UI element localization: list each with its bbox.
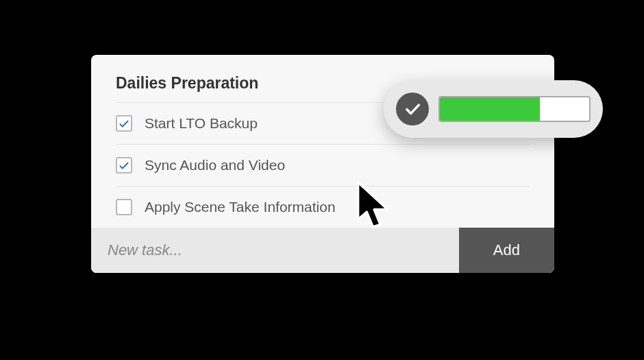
task-label: Apply Scene Take Information [145,199,336,215]
check-icon [118,117,130,130]
task-checkbox[interactable] [116,157,132,173]
task-checkbox[interactable] [116,199,132,215]
new-task-row: Add [91,228,554,273]
progress-bar-fill [440,97,540,121]
progress-check-badge [396,93,429,125]
add-task-button[interactable]: Add [459,228,554,273]
progress-bar [438,96,591,122]
task-label: Start LTO Backup [145,115,258,132]
task-checkbox[interactable] [116,115,132,132]
new-task-input[interactable] [91,228,459,273]
check-icon [403,99,422,119]
check-icon [118,159,130,171]
task-row: Apply Scene Take Information [116,186,530,228]
task-row: Sync Audio and Video [116,144,530,186]
progress-indicator [384,80,603,138]
task-label: Sync Audio and Video [145,157,285,173]
